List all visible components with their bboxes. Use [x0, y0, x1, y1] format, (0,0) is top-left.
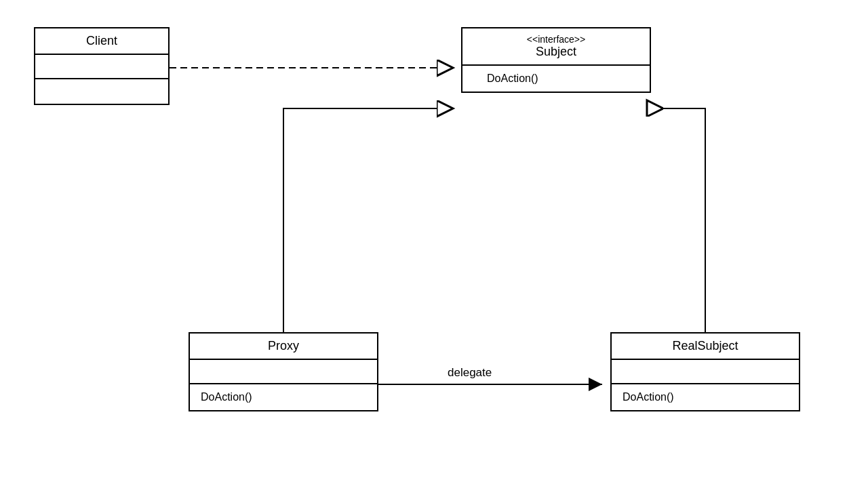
client-section-2 [35, 79, 168, 104]
proxy-section-empty [190, 360, 377, 384]
proxy-to-subject-realization [283, 108, 453, 332]
realsubject-method: DoAction() [612, 384, 799, 410]
diagram-container: Client <<interface>> Subject DoAction() … [0, 0, 868, 484]
subject-method-label: DoAction() [473, 73, 538, 84]
subject-method: DoAction() [462, 66, 650, 92]
client-class-name: Client [35, 28, 168, 55]
client-class-box: Client [34, 27, 170, 105]
realsubject-to-subject-realization [660, 108, 705, 332]
delegate-label: delegate [448, 366, 492, 379]
proxy-class-box: Proxy DoAction() [189, 332, 378, 411]
proxy-class-name: Proxy [190, 334, 377, 360]
realsubject-section-empty [612, 360, 799, 384]
subject-class-name: <<interface>> Subject [462, 28, 650, 66]
subject-class-box: <<interface>> Subject DoAction() [461, 27, 651, 93]
subject-name-label: Subject [473, 45, 639, 59]
subject-stereotype: <<interface>> [473, 34, 639, 45]
realsubject-class-box: RealSubject DoAction() [610, 332, 800, 411]
client-section-1 [35, 55, 168, 79]
proxy-method: DoAction() [190, 384, 377, 410]
realsubject-class-name: RealSubject [612, 334, 799, 360]
